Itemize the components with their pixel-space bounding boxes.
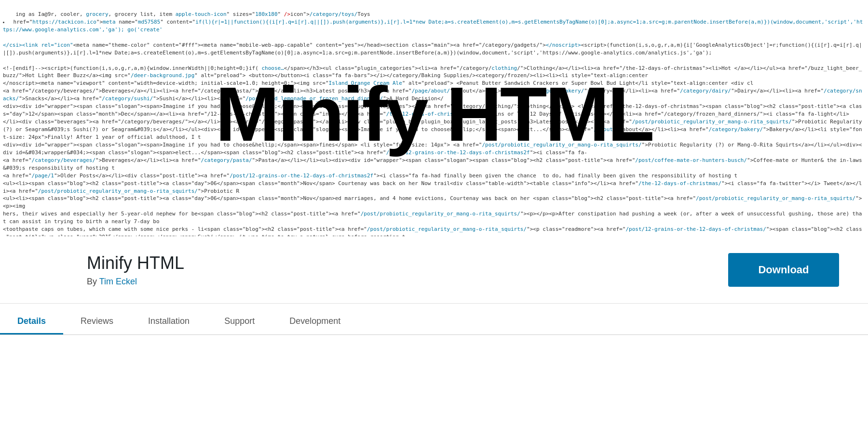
hero-banner: ing as Ia@9r, cooler, grocery, grocery l… xyxy=(0,0,868,236)
tab-support[interactable]: Support xyxy=(207,309,272,334)
tab-development[interactable]: Development xyxy=(272,309,358,334)
author-link[interactable]: Tim Eckel xyxy=(99,277,137,286)
tab-details[interactable]: Details xyxy=(0,309,63,334)
download-button[interactable]: Download xyxy=(728,253,839,287)
info-strip: Minify HTML By Tim Eckel Download xyxy=(0,236,868,304)
tab-reviews[interactable]: Reviews xyxy=(63,309,131,334)
plugin-author: By Tim Eckel xyxy=(87,277,184,287)
tabs-nav: Details Reviews Installation Support Dev… xyxy=(0,304,868,335)
plugin-title: Minify HTML xyxy=(87,253,184,273)
author-label: By xyxy=(87,277,97,286)
tab-installation[interactable]: Installation xyxy=(131,309,207,334)
code-background: ing as Ia@9r, cooler, grocery, grocery l… xyxy=(0,0,868,236)
plugin-info: Minify HTML By Tim Eckel xyxy=(87,253,184,286)
